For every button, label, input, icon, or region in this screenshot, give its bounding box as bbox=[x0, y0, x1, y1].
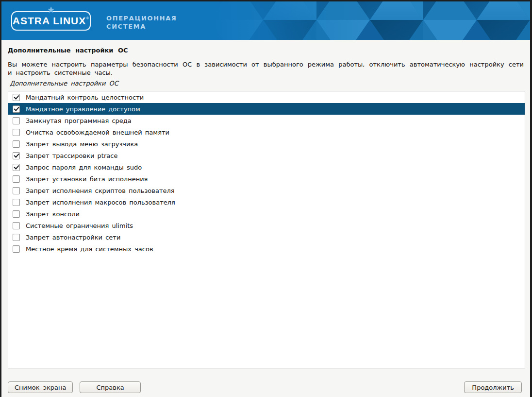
list-item[interactable]: Мандатное управление доступом bbox=[8, 103, 525, 115]
checkbox-unchecked-icon[interactable] bbox=[13, 199, 20, 206]
checkbox-checked-icon[interactable] bbox=[13, 94, 20, 101]
list-item[interactable]: Запрет трассировки ptrace bbox=[8, 150, 525, 161]
list-item-label: Запрет автонастройки сети bbox=[26, 234, 120, 241]
list-item[interactable]: Запрет исполнения макросов пользователя bbox=[8, 196, 525, 208]
star-icon: ★ bbox=[47, 6, 54, 14]
footer-bar: Снимок экрана Справка Продолжить bbox=[8, 368, 525, 397]
list-item-label: Очистка освобождаемой внешней памяти bbox=[26, 129, 169, 136]
list-item-label: Запрос пароля для команды sudo bbox=[26, 164, 142, 171]
list-item-label: Запрет трассировки ptrace bbox=[26, 152, 117, 159]
installer-window: ★ ASTRA LINUX® ОПЕРАЦИОННАЯ СИСТЕМА Допо… bbox=[1, 1, 530, 395]
list-item[interactable]: Запрет установки бита исполнения bbox=[8, 173, 525, 185]
astra-linux-logo: ★ ASTRA LINUX® ОПЕРАЦИОННАЯ СИСТЕМА bbox=[11, 7, 177, 31]
checkbox-unchecked-icon[interactable] bbox=[13, 234, 20, 241]
page-title: Дополнительные настройки ОС bbox=[8, 47, 525, 54]
screenshot-button[interactable]: Снимок экрана bbox=[8, 381, 73, 393]
list-item-label: Запрет установки бита исполнения bbox=[26, 175, 148, 183]
list-item-label: Системные ограничения ulimits bbox=[26, 222, 133, 229]
checkbox-unchecked-icon[interactable] bbox=[13, 129, 20, 136]
help-button[interactable]: Справка bbox=[80, 381, 140, 393]
header-banner: ★ ASTRA LINUX® ОПЕРАЦИОННАЯ СИСТЕМА bbox=[1, 1, 530, 40]
registered-mark: ® bbox=[86, 16, 89, 20]
list-item-label: Запрет вывода меню загрузчика bbox=[26, 140, 138, 148]
continue-button[interactable]: Продолжить bbox=[464, 381, 522, 393]
list-item[interactable]: Мандатный контроль целостности bbox=[8, 91, 525, 103]
list-item-label: Мандатный контроль целостности bbox=[26, 94, 144, 101]
list-item-label: Запрет консоли bbox=[26, 210, 80, 218]
list-item[interactable]: Замкнутая программная среда bbox=[8, 115, 525, 126]
checkbox-checked-icon[interactable] bbox=[13, 105, 20, 113]
checkbox-unchecked-icon[interactable] bbox=[13, 175, 20, 183]
checkbox-unchecked-icon[interactable] bbox=[13, 140, 20, 148]
list-item[interactable]: Запрет консоли bbox=[8, 208, 525, 220]
logo-frame: ★ ASTRA LINUX® bbox=[11, 11, 91, 31]
checkbox-checked-icon[interactable] bbox=[13, 152, 20, 159]
checkbox-unchecked-icon[interactable] bbox=[13, 210, 20, 218]
list-item[interactable]: Очистка освобождаемой внешней памяти bbox=[8, 126, 525, 138]
logo-text: ASTRA LINUX® bbox=[13, 15, 89, 27]
list-item-label: Замкнутая программная среда bbox=[26, 117, 132, 124]
main-content: Дополнительные настройки ОС Вы можете на… bbox=[1, 40, 530, 397]
checkbox-checked-icon[interactable] bbox=[13, 164, 20, 171]
list-item[interactable]: Запрет автонастройки сети bbox=[8, 231, 525, 243]
brand-wordmark: ОПЕРАЦИОННАЯ СИСТЕМА bbox=[106, 14, 177, 31]
options-list-label: Дополнительные настройки ОС bbox=[10, 80, 525, 87]
checkbox-unchecked-icon[interactable] bbox=[13, 187, 20, 194]
list-item[interactable]: Запрет вывода меню загрузчика bbox=[8, 138, 525, 150]
options-list[interactable]: Мандатный контроль целостностиМандатное … bbox=[8, 91, 525, 368]
page-description: Вы можете настроить параметры безопаснос… bbox=[8, 60, 524, 77]
list-item-label: Мандатное управление доступом bbox=[26, 105, 140, 113]
checkbox-unchecked-icon[interactable] bbox=[13, 222, 20, 229]
checkbox-unchecked-icon[interactable] bbox=[13, 117, 20, 124]
list-item-label: Запрет исполнения скриптов пользователя bbox=[26, 187, 175, 194]
list-item[interactable]: Местное время для системных часов bbox=[8, 243, 525, 255]
list-item[interactable]: Запрос пароля для команды sudo bbox=[8, 161, 525, 173]
list-item-label: Запрет исполнения макросов пользователя bbox=[26, 199, 175, 206]
checkbox-unchecked-icon[interactable] bbox=[13, 245, 20, 253]
brand-line2: СИСТЕМА bbox=[106, 22, 177, 31]
list-item-label: Местное время для системных часов bbox=[26, 245, 153, 253]
list-item[interactable]: Системные ограничения ulimits bbox=[8, 220, 525, 231]
brand-line1: ОПЕРАЦИОННАЯ bbox=[106, 14, 177, 22]
list-item[interactable]: Запрет исполнения скриптов пользователя bbox=[8, 185, 525, 196]
